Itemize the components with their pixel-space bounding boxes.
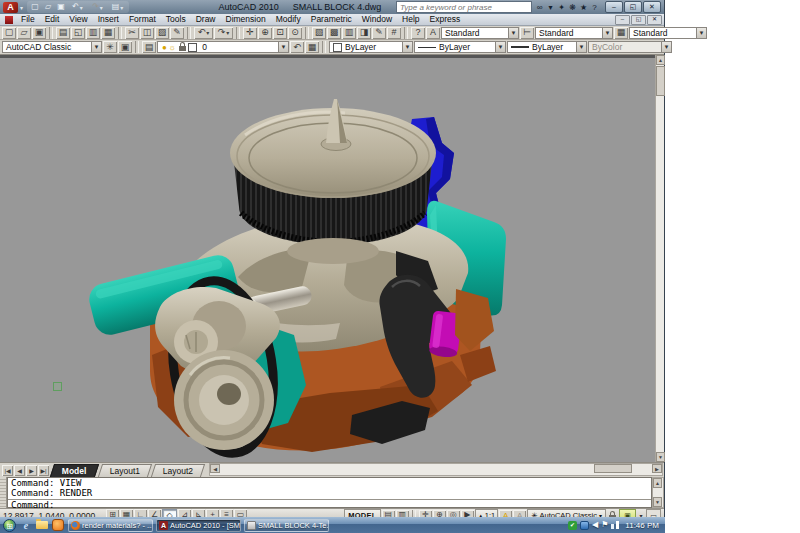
communication-center-icon[interactable]: ❋ — [567, 3, 578, 12]
restore-button[interactable]: ◱ — [624, 1, 642, 13]
redo-icon[interactable]: ↷ — [214, 27, 233, 39]
menu-item[interactable]: Format — [124, 14, 161, 25]
zoom-previous-icon[interactable]: ⊙ — [288, 27, 302, 39]
layer-previous-icon[interactable]: ↶ — [290, 41, 304, 53]
close-button[interactable]: ✕ — [643, 1, 661, 13]
search-dropdown-icon[interactable]: ▾ — [545, 3, 556, 12]
quickcalc-icon[interactable]: # — [387, 27, 401, 39]
ie-icon[interactable]: e — [19, 519, 33, 532]
document-icon[interactable] — [5, 16, 13, 24]
export-dwf-icon[interactable]: ▦ — [101, 27, 115, 39]
dim-style-dropdown[interactable]: Standard▼ — [535, 27, 613, 39]
horizontal-scroll-thumb[interactable] — [594, 464, 632, 473]
scroll-down-icon[interactable]: ▼ — [656, 452, 665, 462]
match-properties-icon[interactable]: ✎ — [170, 27, 184, 39]
network-icon[interactable] — [611, 521, 619, 529]
doc-restore-button[interactable]: ◱ — [631, 15, 646, 25]
menu-item[interactable]: Express — [425, 14, 466, 25]
infocenter-search-input[interactable] — [396, 1, 532, 13]
scroll-down-icon[interactable]: ▼ — [653, 497, 662, 507]
menu-item[interactable]: Insert — [93, 14, 124, 25]
scroll-left-icon[interactable]: ◀ — [210, 464, 220, 473]
subscription-center-icon[interactable]: ✦ — [556, 3, 567, 12]
tool-palettes-icon[interactable]: ▥ — [342, 27, 356, 39]
doc-close-button[interactable]: ✕ — [647, 15, 662, 25]
tab-model[interactable]: Model — [50, 464, 99, 477]
open-file-icon[interactable]: ▱ — [42, 2, 54, 12]
scroll-right-icon[interactable]: ▶ — [652, 464, 662, 473]
color-dropdown[interactable]: ByLayer▼ — [329, 41, 413, 53]
designcenter-icon[interactable]: ▩ — [327, 27, 341, 39]
horizontal-scrollbar[interactable]: ◀ ▶ — [209, 463, 663, 476]
workspace-dropdown[interactable]: AutoCAD Classic▼ — [2, 41, 102, 53]
plot-preview-icon[interactable]: ◱ — [71, 27, 85, 39]
menu-item[interactable]: Window — [357, 14, 397, 25]
properties-icon[interactable]: ▧ — [312, 27, 326, 39]
table-style-dropdown[interactable]: Standard▼ — [629, 27, 707, 39]
media-app-icon[interactable] — [51, 519, 65, 532]
next-tab-icon[interactable]: ▶ — [26, 465, 37, 476]
tab-layout2[interactable]: Layout2 — [151, 464, 205, 477]
paste-icon[interactable]: ▨ — [155, 27, 169, 39]
plot-icon[interactable]: ▤ — [56, 27, 70, 39]
search-icon[interactable]: ∞ — [534, 3, 545, 12]
doc-minimize-button[interactable]: – — [615, 15, 630, 25]
menu-item[interactable]: Edit — [40, 14, 65, 25]
menu-browser-arrow-icon[interactable]: ▾ — [20, 4, 23, 11]
layer-properties-manager-icon[interactable]: ▤ — [142, 41, 156, 53]
copy-icon[interactable]: ◫ — [140, 27, 154, 39]
taskbar-button-smallblock[interactable]: SMALL BLOCK 4-Te... — [244, 519, 329, 532]
display-settings-icon[interactable] — [580, 521, 589, 530]
tab-layout1[interactable]: Layout1 — [97, 464, 151, 477]
linetype-dropdown[interactable]: ByLayer▼ — [414, 41, 506, 53]
taskbar-clock[interactable]: 11:46 PM — [622, 521, 662, 530]
sheet-set-manager-icon[interactable]: ◨ — [357, 27, 371, 39]
model-space-canvas[interactable] — [0, 55, 655, 462]
menu-item[interactable]: Dimension — [221, 14, 271, 25]
menu-item[interactable]: Tools — [161, 14, 191, 25]
zoom-realtime-icon[interactable]: ⊕ — [258, 27, 272, 39]
new-file-icon[interactable]: ▢ — [29, 2, 41, 12]
menu-item[interactable]: File — [16, 14, 40, 25]
markup-icon[interactable]: ✎ — [372, 27, 386, 39]
prev-tab-icon[interactable]: ◀ — [14, 465, 25, 476]
zoom-window-icon[interactable]: ⊡ — [273, 27, 287, 39]
menu-item[interactable]: Help — [397, 14, 424, 25]
redo-icon[interactable]: ↷ — [88, 2, 107, 12]
infocenter-help-icon[interactable]: ? — [589, 3, 600, 12]
taskbar-button-firefox[interactable]: render materials? - ... — [68, 519, 153, 532]
folder-icon[interactable] — [35, 519, 49, 532]
dim-style-icon[interactable]: ⊢ — [520, 27, 534, 39]
undo-icon[interactable]: ↶ — [68, 2, 87, 12]
favorites-icon[interactable]: ★ — [578, 3, 589, 12]
table-style-icon[interactable]: ▦ — [614, 27, 628, 39]
taskbar-button-autocad[interactable]: AutoCAD 2010 - [SM... — [156, 519, 241, 532]
lineweight-dropdown[interactable]: ByLayer▼ — [507, 41, 587, 53]
flag-icon[interactable]: ⚑ — [601, 521, 608, 529]
undo-icon[interactable]: ↶ — [194, 27, 213, 39]
scroll-up-icon[interactable]: ▲ — [653, 478, 662, 488]
layer-states-icon[interactable]: ▦ — [305, 41, 319, 53]
action-center-icon[interactable]: ✔ — [568, 521, 577, 530]
autocad-logo-icon[interactable]: A — [3, 2, 18, 13]
text-style-dropdown[interactable]: Standard▼ — [441, 27, 519, 39]
command-scrollbar[interactable]: ▲ ▼ — [652, 477, 664, 508]
scroll-up-icon[interactable]: ▲ — [656, 55, 665, 65]
help-icon[interactable]: ? — [411, 27, 425, 39]
layer-dropdown[interactable]: ●☼ 0 ▼ — [157, 41, 289, 53]
command-window-grip[interactable] — [0, 477, 7, 508]
menu-item[interactable]: Parametric — [306, 14, 357, 25]
text-style-icon[interactable]: A — [426, 27, 440, 39]
pan-icon[interactable]: ✛ — [243, 27, 257, 39]
save-icon[interactable]: ▣ — [55, 2, 67, 12]
vertical-scrollbar[interactable]: ▲ ▼ — [655, 55, 664, 462]
vertical-scroll-thumb[interactable] — [656, 66, 665, 96]
last-tab-icon[interactable]: ▶| — [38, 465, 49, 476]
save-icon[interactable]: ▣ — [32, 27, 46, 39]
plot-icon[interactable]: ▤ — [108, 2, 127, 12]
menu-item[interactable]: Modify — [271, 14, 306, 25]
menu-item[interactable]: Draw — [191, 14, 221, 25]
cut-icon[interactable]: ✂ — [125, 27, 139, 39]
open-icon[interactable]: ▱ — [17, 27, 31, 39]
menu-item[interactable]: View — [64, 14, 92, 25]
